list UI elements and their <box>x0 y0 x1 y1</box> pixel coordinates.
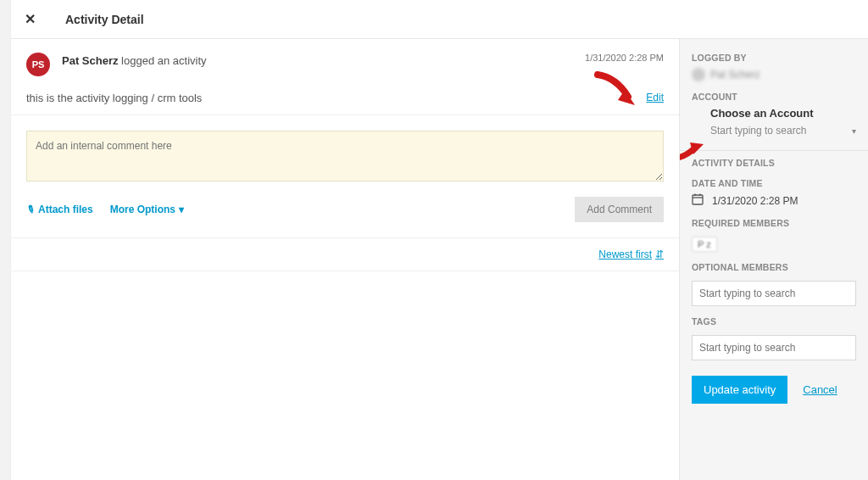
logged-by-row: Pat Scherz <box>692 68 856 81</box>
sort-icon: ⇵ <box>655 248 664 260</box>
edit-link[interactable]: Edit <box>646 92 664 103</box>
tags-input[interactable] <box>692 335 856 360</box>
chevron-down-icon: ▾ <box>179 204 184 215</box>
account-label: ACCOUNT <box>692 92 856 102</box>
activity-details-label: ACTIVITY DETAILS <box>692 158 856 168</box>
comment-section: ✎ Attach files More Options ▾ Add Commen… <box>11 115 679 238</box>
chevron-down-icon: ▾ <box>852 126 856 136</box>
page-title: Activity Detail <box>65 13 144 26</box>
svg-marker-1 <box>690 142 704 154</box>
activity-author: Pat Scherz <box>62 54 118 67</box>
logged-by-name: Pat Scherz <box>710 69 760 81</box>
optional-members-input[interactable] <box>692 281 856 306</box>
calendar-icon <box>692 193 704 208</box>
date-time-row[interactable]: 1/31/2020 2:28 PM <box>692 193 856 208</box>
add-comment-button[interactable]: Add Comment <box>575 197 664 222</box>
attach-files-link[interactable]: ✎ Attach files <box>26 204 93 215</box>
activity-timestamp: 1/31/2020 2:28 PM <box>585 53 664 63</box>
choose-account-heading: Choose an Account <box>710 107 856 120</box>
more-options-label: More Options <box>110 204 175 215</box>
update-activity-button[interactable]: Update activity <box>692 376 787 404</box>
close-icon[interactable]: ✕ <box>25 11 45 27</box>
activity-entry: PS Pat Scherz logged an activity 1/31/20… <box>11 39 679 115</box>
more-options-toggle[interactable]: More Options ▾ <box>110 204 184 215</box>
sort-toggle[interactable]: Newest first ⇵ <box>598 248 664 260</box>
account-search[interactable]: Start typing to search ▾ <box>710 125 856 137</box>
date-time-label: DATE AND TIME <box>692 178 856 188</box>
paperclip-icon: ✎ <box>24 202 37 216</box>
details-sidebar: LOGGED BY Pat Scherz ACCOUNT Choose an A… <box>680 39 868 480</box>
avatar-small <box>692 68 705 81</box>
required-members-label: REQUIRED MEMBERS <box>692 218 856 228</box>
activity-description: this is the activity logging / crm tools <box>26 92 202 104</box>
modal-header: ✕ Activity Detail <box>11 0 868 39</box>
sort-row: Newest first ⇵ <box>11 238 679 271</box>
attach-files-label: Attach files <box>38 204 93 215</box>
tags-label: TAGS <box>692 316 856 327</box>
avatar: PS <box>26 53 50 76</box>
comment-input[interactable] <box>26 131 664 181</box>
sort-label: Newest first <box>598 248 652 260</box>
date-time-value: 1/31/2020 2:28 PM <box>712 195 798 207</box>
svg-rect-2 <box>693 195 703 204</box>
main-panel: PS Pat Scherz logged an activity 1/31/20… <box>11 39 680 480</box>
cancel-link[interactable]: Cancel <box>803 383 837 396</box>
optional-members-label: OPTIONAL MEMBERS <box>692 262 856 272</box>
account-search-placeholder: Start typing to search <box>710 125 806 137</box>
required-member-chip[interactable]: P z <box>692 237 717 252</box>
logged-by-label: LOGGED BY <box>692 53 856 63</box>
activity-action-text: logged an activity <box>118 54 206 67</box>
